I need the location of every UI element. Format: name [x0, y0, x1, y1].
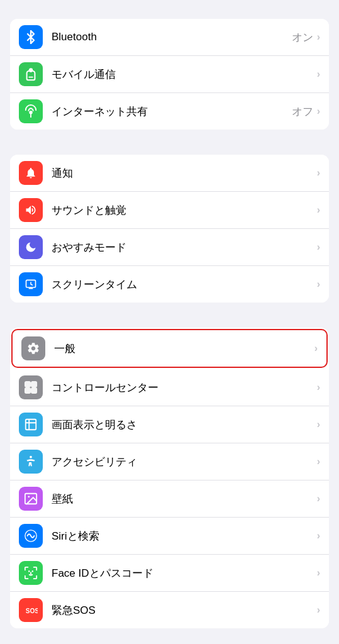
- row-sounds[interactable]: サウンドと触覚›: [10, 192, 329, 229]
- row-wallpaper[interactable]: 壁紙›: [10, 480, 329, 518]
- section-connectivity: Bluetoothオン›モバイル通信›インターネット共有オフ›: [10, 19, 329, 130]
- notifications-chevron: ›: [317, 167, 320, 179]
- row-controlcenter[interactable]: コントロールセンター›: [10, 369, 329, 406]
- svg-rect-9: [25, 388, 30, 393]
- screentime-label: スクリーンタイム: [52, 277, 317, 292]
- faceid-label: Face IDとパスコード: [52, 566, 317, 580]
- hotspot-chevron: ›: [317, 106, 320, 117]
- svg-point-11: [30, 456, 32, 458]
- notifications-label: 通知: [52, 166, 317, 180]
- sos-chevron: ›: [317, 604, 320, 616]
- sounds-chevron: ›: [317, 204, 320, 216]
- sos-icon: SOS: [19, 598, 43, 622]
- sounds-icon: [19, 198, 43, 222]
- row-siri[interactable]: Siriと検索›: [10, 518, 329, 555]
- display-chevron: ›: [317, 419, 320, 430]
- page-title: [0, 0, 339, 19]
- siri-icon: [19, 524, 43, 548]
- display-icon: [19, 413, 43, 436]
- siri-label: Siriと検索: [52, 529, 317, 543]
- general-label: 一般: [54, 341, 314, 356]
- mobile-icon: [19, 62, 43, 86]
- row-donotdisturb[interactable]: おやすみモード›: [10, 229, 329, 266]
- mobile-chevron: ›: [317, 69, 320, 80]
- row-accessibility[interactable]: アクセシビリティ›: [10, 443, 329, 480]
- row-faceid[interactable]: Face IDとパスコード›: [10, 555, 329, 592]
- wallpaper-chevron: ›: [317, 493, 320, 504]
- donotdisturb-label: おやすみモード: [52, 240, 317, 255]
- donotdisturb-chevron: ›: [317, 242, 320, 253]
- sos-label: 緊急SOS: [52, 603, 317, 618]
- row-screentime[interactable]: スクリーンタイム›: [10, 266, 329, 303]
- wallpaper-label: 壁紙: [52, 492, 317, 506]
- row-display[interactable]: 画面表示と明るさ›: [10, 406, 329, 443]
- svg-point-13: [28, 496, 30, 497]
- controlcenter-chevron: ›: [317, 382, 320, 393]
- row-sos[interactable]: SOS緊急SOS›: [10, 592, 329, 628]
- donotdisturb-icon: [19, 235, 43, 259]
- bluetooth-value: オン: [292, 30, 313, 45]
- svg-text:SOS: SOS: [26, 608, 38, 614]
- bluetooth-icon: [19, 25, 43, 49]
- row-mobile[interactable]: モバイル通信›: [10, 56, 329, 93]
- svg-rect-7: [25, 382, 30, 387]
- faceid-icon: [19, 561, 43, 585]
- section-general: 一般›コントロールセンター›画面表示と明るさ›アクセシビリティ›壁紙›Siriと…: [10, 328, 329, 628]
- bluetooth-chevron: ›: [317, 31, 320, 43]
- row-general[interactable]: 一般›: [11, 329, 328, 368]
- controlcenter-label: コントロールセンター: [52, 380, 317, 395]
- accessibility-label: アクセシビリティ: [52, 455, 317, 469]
- sounds-label: サウンドと触覚: [52, 203, 317, 218]
- display-label: 画面表示と明るさ: [52, 418, 317, 432]
- accessibility-chevron: ›: [317, 456, 320, 467]
- row-notifications[interactable]: 通知›: [10, 155, 329, 192]
- row-bluetooth[interactable]: Bluetoothオン›: [10, 19, 329, 56]
- svg-rect-10: [31, 388, 36, 393]
- hotspot-icon: [19, 99, 43, 123]
- general-icon: [21, 336, 45, 360]
- general-chevron: ›: [314, 343, 318, 354]
- wallpaper-icon: [19, 487, 43, 511]
- bluetooth-label: Bluetooth: [52, 31, 292, 43]
- screentime-chevron: ›: [317, 279, 320, 290]
- screentime-icon: [19, 272, 43, 296]
- accessibility-icon: [19, 450, 43, 474]
- faceid-chevron: ›: [317, 567, 320, 579]
- controlcenter-icon: [19, 375, 43, 399]
- siri-chevron: ›: [317, 530, 320, 541]
- section-notifications: 通知›サウンドと触覚›おやすみモード›スクリーンタイム›: [10, 155, 329, 303]
- svg-rect-8: [31, 382, 36, 387]
- row-hotspot[interactable]: インターネット共有オフ›: [10, 93, 329, 130]
- hotspot-value: オフ: [292, 104, 313, 119]
- hotspot-label: インターネット共有: [52, 104, 292, 119]
- notifications-icon: [19, 161, 43, 185]
- mobile-label: モバイル通信: [52, 67, 317, 82]
